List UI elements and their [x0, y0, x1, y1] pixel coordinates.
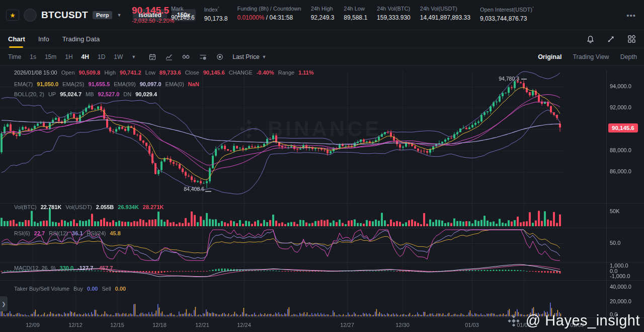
date-tick: 12/09 [26, 322, 40, 328]
intervals: Time1s15m1H4H1D1W [8, 53, 123, 60]
macd-row: MACD(12, 26, 9)330.0-127.7-457.7 [14, 265, 113, 271]
stat-value: 159,333.930 [377, 14, 411, 21]
price-tick: 94,000.0 [610, 83, 631, 89]
sub-axis-tick: 40,000.0 [610, 284, 631, 290]
calendar-icon[interactable] [148, 53, 156, 61]
overlay-token: 36.1 [72, 230, 83, 236]
ellipsis-icon: ••• [626, 11, 636, 20]
coin-logo [24, 9, 37, 22]
overlay-token: 95,024.7 [60, 91, 82, 97]
stat-label: Index* [204, 6, 228, 13]
stat-label: Funding (8h) / Countdown [237, 6, 301, 12]
stat-value-part: 90,173.8 [204, 15, 228, 22]
stat-index: Index*90,173.8 [204, 6, 228, 22]
indicator-settings-icon[interactable] [199, 53, 207, 61]
symbol-caret-icon[interactable]: ▼ [117, 13, 121, 18]
interval-4h[interactable]: 4H [82, 53, 89, 60]
interval-1s[interactable]: 1s [30, 53, 36, 60]
tab-trading-data[interactable]: Trading Data [62, 35, 100, 43]
overlay-token: Low [145, 70, 155, 76]
overlay-token: CHANGE [229, 70, 253, 76]
interval-15m[interactable]: 15m [45, 53, 56, 60]
header-more-button[interactable]: ••• [626, 11, 636, 20]
price-change: -2,032.50 -2.20% [132, 18, 174, 24]
chart-toolbar: Time1s15m1H4H1D1W ▼ Last Price ▼ Origina [0, 48, 644, 65]
date-tick: 01/03 [465, 322, 479, 328]
stat-value-part: 89,588.1 [344, 14, 367, 21]
stat-note: * [532, 6, 534, 10]
overlay-token: High [104, 70, 116, 76]
star-icon: ★ [10, 12, 16, 19]
overlay-token: Vol(USDT) [65, 204, 92, 210]
overlay-token: 22.7 [34, 230, 45, 236]
date-tick: 12/18 [152, 322, 167, 328]
tab-info[interactable]: Info [38, 35, 49, 43]
chart-canvas[interactable] [0, 65, 644, 332]
view-depth[interactable]: Depth [620, 53, 637, 60]
panel-expander-button[interactable]: ❯ [0, 296, 8, 311]
price-tick: 86,000.0 [610, 168, 631, 174]
tabbar-icons [586, 35, 636, 43]
overlay-token: RSI(12) [49, 230, 68, 236]
price-mode-dropdown[interactable]: Last Price ▼ [232, 53, 266, 60]
overlay-token: 92,527.0 [98, 91, 120, 97]
interval-1h[interactable]: 1H [65, 53, 72, 60]
overlay-token: 330.0 [60, 265, 74, 271]
overlay-token: Close [185, 70, 199, 76]
overlay-token: 0.00 [115, 286, 126, 292]
overlay-token: 90,741.2 [120, 70, 141, 76]
date-tick: 12/21 [195, 322, 209, 328]
overlay-token: 91,050.0 [37, 81, 58, 87]
overlay-token: RSI(6) [14, 230, 30, 236]
sub-axis-tick: 20,000.0 [610, 298, 631, 304]
chart-settings-icon[interactable] [216, 53, 224, 61]
view-trading-view[interactable]: Trading View [573, 53, 609, 60]
price-mode-caret-icon: ▼ [262, 54, 267, 59]
favorite-star-button[interactable]: ★ [6, 10, 19, 21]
high-price-marker: 94,780.3 [499, 76, 519, 82]
date-tick: 12/24 [237, 322, 251, 328]
taker-row: Taker Buy/Sell VolumeBuy0.00Sell0.00 [14, 286, 126, 292]
stat-label: Mark [171, 6, 195, 12]
stat-value-part: 159,333.930 [377, 14, 411, 21]
sub-axis-tick: 50.0 [610, 240, 620, 246]
market-type-badge[interactable]: Perp [93, 11, 113, 19]
ohlc-row: 2026/01/08 15:00Open90,509.8High90,741.2… [14, 70, 314, 76]
symbol-title[interactable]: BTCUSDT [41, 10, 88, 21]
date-tick: 12/12 [68, 322, 83, 328]
binance-diamond-icon [506, 313, 521, 328]
alert-bell-icon[interactable] [586, 35, 595, 43]
market-stats: Mark90,145.6Index*90,173.8Funding (8h) /… [171, 6, 534, 22]
intervals-caret-icon[interactable]: ▼ [131, 54, 136, 59]
last-price: 90,145.5 [132, 5, 174, 16]
interval-1d[interactable]: 1D [98, 53, 105, 60]
interval-1w[interactable]: 1W [114, 53, 123, 60]
chart-style-icon[interactable] [165, 53, 173, 61]
stat-value: 92,249.3 [311, 14, 335, 21]
overlay-token: EMA(0) [166, 81, 184, 87]
sub-axis-tick: -1,000.0 [610, 273, 630, 279]
stat-value: 89,588.1 [344, 14, 367, 21]
compare-overlay-icon[interactable] [182, 53, 190, 61]
active-tab-underline [9, 46, 23, 48]
overlay-token: 90,509.8 [79, 70, 101, 76]
view-original[interactable]: Original [538, 53, 561, 60]
tab-chart[interactable]: Chart [8, 35, 25, 43]
boll-row: BOLL(20, 2)UP95,024.7MB92,527.0DN90,029.… [14, 91, 157, 97]
price-tick: 88,000.0 [610, 147, 631, 153]
fullscreen-expand-icon[interactable] [607, 35, 615, 43]
header-bar: ★ BTCUSDT Perp ▼ Isolated 150x 90,145.5 … [0, 0, 644, 30]
overlay-token: NaN [188, 81, 199, 87]
date-tick: 12/15 [110, 322, 124, 328]
interval-time[interactable]: Time [8, 53, 21, 60]
stat-value: 9,033,744,876.73 [480, 15, 534, 22]
stat-value: 90,145.6 [171, 14, 195, 21]
stat-label: 24h Low [344, 6, 367, 12]
stat-mark: Mark90,145.6 [171, 6, 195, 22]
stat-value: 14,491,897,893.33 [420, 14, 470, 21]
overlay-token: -457.7 [97, 265, 113, 271]
last-price-tag: 90,145.6 [608, 123, 638, 132]
stat-24h-low: 24h Low89,588.1 [344, 6, 367, 22]
overlay-token: MACD(12, 26, 9) [14, 265, 56, 271]
layout-grid-icon[interactable] [627, 35, 636, 43]
